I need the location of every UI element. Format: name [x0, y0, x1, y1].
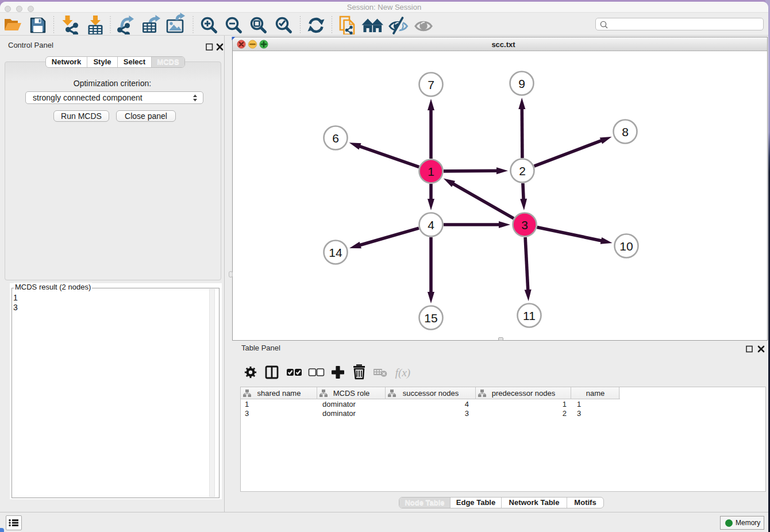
- svg-text:8: 8: [622, 125, 629, 138]
- svg-text:11: 11: [523, 309, 536, 322]
- svg-text:14: 14: [329, 246, 342, 259]
- svg-text:6: 6: [332, 132, 339, 145]
- svg-text:f(x): f(x): [395, 367, 410, 379]
- svg-text:2: 2: [519, 164, 526, 178]
- svg-text:3: 3: [521, 218, 528, 232]
- svg-text:15: 15: [424, 311, 437, 325]
- svg-text:1: 1: [428, 165, 434, 178]
- svg-text:4: 4: [428, 218, 434, 232]
- svg-text:9: 9: [518, 77, 525, 90]
- svg-text:10: 10: [619, 240, 633, 253]
- svg-text:7: 7: [428, 78, 434, 91]
